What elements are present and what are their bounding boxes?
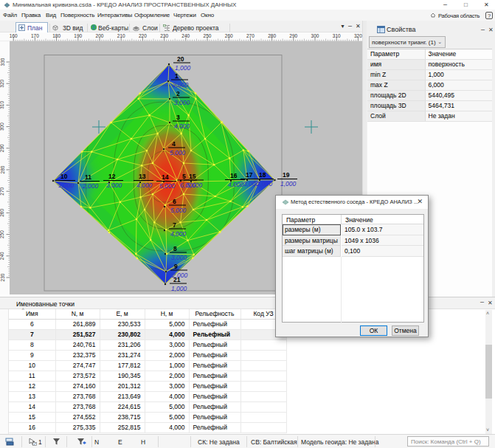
- svg-text:310: 310: [333, 33, 341, 38]
- svg-text:300: 300: [0, 123, 5, 131]
- svg-text:3,000: 3,000: [171, 254, 187, 261]
- svg-text:14: 14: [162, 173, 169, 181]
- svg-text:2,000: 2,000: [172, 81, 189, 89]
- svg-text:190: 190: [74, 33, 82, 38]
- svg-text:5: 5: [182, 173, 186, 180]
- svg-text:230: 230: [160, 33, 168, 38]
- svg-text:280: 280: [268, 33, 276, 38]
- svg-text:5,000: 5,000: [170, 207, 187, 214]
- svg-text:4: 4: [172, 140, 176, 148]
- svg-text:10: 10: [60, 173, 68, 180]
- svg-text:240: 240: [181, 33, 190, 38]
- svg-text:21: 21: [173, 276, 181, 283]
- svg-text:18: 18: [259, 171, 266, 179]
- svg-text:210: 210: [117, 33, 125, 38]
- svg-text:270: 270: [0, 187, 5, 195]
- svg-text:320: 320: [0, 79, 5, 87]
- svg-text:250: 250: [0, 230, 5, 238]
- svg-text:310: 310: [0, 101, 5, 109]
- svg-text:8: 8: [173, 245, 177, 252]
- svg-text:330: 330: [0, 58, 5, 66]
- svg-text:5,000: 5,000: [159, 182, 176, 190]
- svg-text:1: 1: [175, 72, 179, 80]
- svg-text:15: 15: [189, 173, 196, 180]
- svg-text:220: 220: [139, 33, 147, 38]
- svg-text:6: 6: [173, 198, 176, 205]
- svg-text:19: 19: [283, 171, 290, 179]
- svg-text:5,000: 5,000: [170, 149, 186, 156]
- svg-text:20: 20: [177, 55, 184, 63]
- svg-text:230: 230: [0, 273, 5, 281]
- svg-text:16: 16: [230, 172, 238, 179]
- svg-text:250: 250: [204, 33, 212, 38]
- svg-text:240: 240: [0, 252, 5, 260]
- svg-text:4,000: 4,000: [228, 181, 244, 188]
- svg-text:3,000: 3,000: [106, 182, 122, 189]
- svg-text:200: 200: [96, 33, 104, 38]
- svg-text:1,000: 1,000: [175, 64, 191, 72]
- svg-text:13: 13: [139, 173, 146, 180]
- svg-text:290: 290: [0, 144, 5, 152]
- svg-text:3,000: 3,000: [174, 99, 190, 106]
- svg-text:280: 280: [0, 165, 5, 173]
- svg-text:1,000: 1,000: [171, 285, 187, 292]
- svg-text:160: 160: [10, 33, 18, 38]
- svg-text:1,000: 1,000: [280, 180, 297, 187]
- svg-text:3: 3: [176, 114, 180, 121]
- svg-text:320: 320: [354, 33, 362, 38]
- svg-text:4,000: 4,000: [174, 123, 190, 130]
- svg-text:4,000: 4,000: [170, 230, 187, 238]
- svg-text:17: 17: [246, 171, 253, 179]
- svg-text:4,000: 4,000: [136, 182, 153, 189]
- svg-text:2: 2: [176, 90, 180, 97]
- svg-text:270: 270: [246, 33, 255, 38]
- svg-text:300: 300: [311, 33, 319, 38]
- svg-text:170: 170: [31, 33, 39, 38]
- svg-text:290: 290: [289, 33, 297, 38]
- svg-text:180: 180: [52, 33, 60, 38]
- svg-text:260: 260: [225, 33, 233, 38]
- svg-text:1,000: 1,000: [58, 182, 75, 189]
- svg-text:260: 260: [0, 209, 5, 217]
- svg-text:12: 12: [108, 173, 116, 180]
- svg-text:2,000: 2,000: [82, 182, 99, 190]
- svg-text:7: 7: [173, 221, 176, 229]
- svg-text:2,000: 2,000: [256, 180, 273, 187]
- svg-text:11: 11: [85, 173, 91, 181]
- svg-text:5,000: 5,000: [187, 182, 203, 189]
- svg-text:9: 9: [174, 263, 178, 270]
